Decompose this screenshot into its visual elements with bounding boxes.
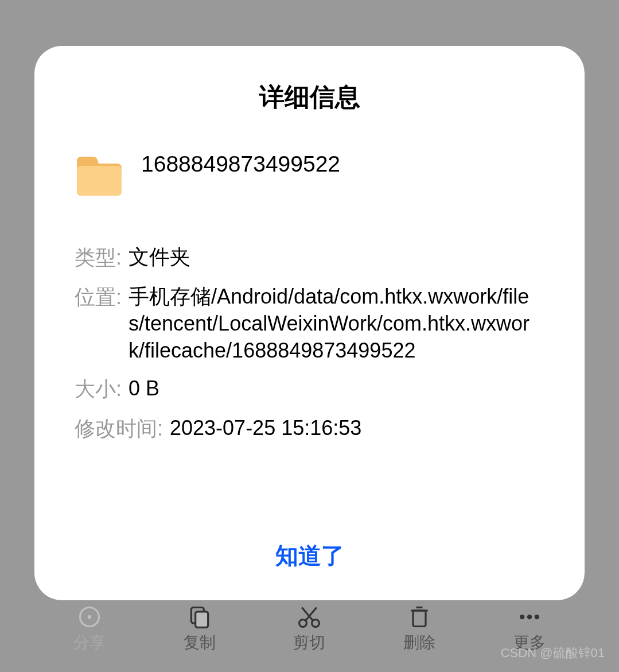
toolbar-label: 剪切 (293, 632, 325, 654)
svg-point-5 (312, 620, 320, 627)
more-icon (516, 607, 543, 627)
cut-button[interactable]: 剪切 (293, 607, 325, 654)
share-button[interactable]: 分享 (73, 607, 106, 654)
scissors-icon (295, 607, 323, 627)
folder-header: 1688849873499522 (75, 154, 544, 198)
detail-label-type: 类型: (75, 244, 122, 272)
copy-icon (186, 607, 213, 627)
detail-label-size: 大小: (75, 375, 122, 403)
delete-button[interactable]: 删除 (403, 607, 435, 654)
svg-point-4 (299, 620, 307, 627)
svg-rect-8 (413, 611, 426, 627)
detail-value-size: 0 B (129, 375, 159, 402)
detail-row-location: 位置: 手机存储/Android/data/com.htkx.wxwork/fi… (75, 283, 544, 364)
detail-row-size: 大小: 0 B (75, 375, 544, 403)
share-icon (76, 607, 103, 627)
details-dialog: 详细信息 1688849873499522 类型: 文件夹 位置: 手机存储/A… (34, 46, 585, 600)
svg-point-11 (520, 615, 524, 619)
detail-value-modified: 2023-07-25 15:16:53 (170, 415, 361, 442)
dialog-title: 详细信息 (75, 80, 544, 114)
detail-row-type: 类型: 文件夹 (75, 244, 544, 272)
folder-name: 1688849873499522 (141, 150, 340, 179)
detail-value-location: 手机存储/Android/data/com.htkx.wxwork/files/… (129, 283, 544, 364)
confirm-button[interactable]: 知道了 (75, 529, 544, 577)
toolbar-label: 分享 (73, 632, 106, 654)
watermark: CSDN @硫酸锌01 (501, 644, 605, 662)
svg-point-1 (88, 615, 91, 619)
details-list: 类型: 文件夹 位置: 手机存储/Android/data/com.htkx.w… (75, 244, 544, 529)
detail-value-type: 文件夹 (129, 244, 190, 271)
detail-label-location: 位置: (75, 283, 122, 312)
folder-icon (75, 154, 124, 198)
toolbar-label: 删除 (403, 632, 435, 654)
svg-point-12 (527, 615, 532, 619)
svg-point-13 (535, 615, 539, 619)
toolbar-label: 复制 (184, 632, 216, 654)
detail-label-modified: 修改时间: (75, 415, 163, 443)
detail-row-modified: 修改时间: 2023-07-25 15:16:53 (75, 415, 544, 443)
copy-button[interactable]: 复制 (184, 607, 216, 654)
trash-icon (406, 607, 433, 627)
svg-rect-3 (195, 612, 208, 628)
